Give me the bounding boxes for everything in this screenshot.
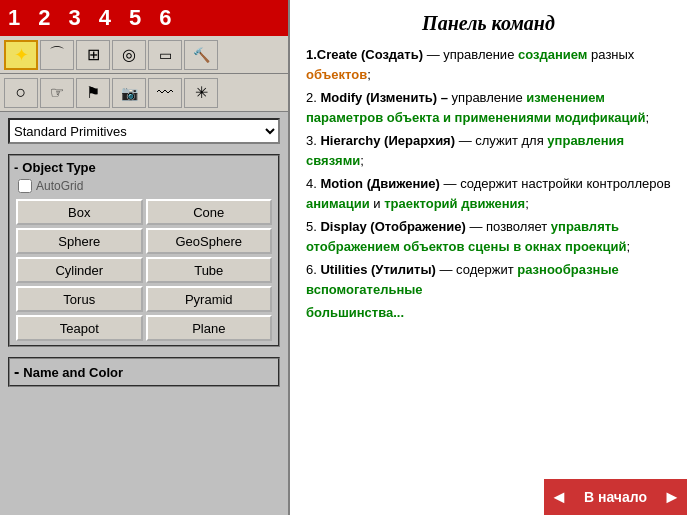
network-icon: ⊞ [87,45,100,64]
item-6-cont: большинства... [306,303,671,323]
pyramid-btn[interactable]: Pyramid [146,286,273,312]
section-dash: - [14,160,18,175]
sparkle-icon: ✳ [195,83,208,102]
item-2: 2. Modify (Изменить) – управление измене… [306,88,671,127]
item-5: 5. Display (Отображение) — позволяет упр… [306,217,671,256]
autogrid-row: AutoGrid [18,179,274,193]
box-btn[interactable]: Box [16,199,143,225]
panel-title: Панель команд [306,12,671,35]
oval-btn[interactable]: ○ [4,78,38,108]
item2-bold: Modify (Изменить) – [320,90,448,105]
cone-btn[interactable]: Cone [146,199,273,225]
item2-text1: управление [448,90,526,105]
hammer-icon: 🔨 [193,47,210,63]
num-5: 5 [129,5,141,31]
object-type-section: - Object Type AutoGrid Box Cone Sphere G… [8,154,280,347]
name-color-section: - Name and Color [8,357,280,387]
object-type-label: Object Type [22,160,95,175]
tube-btn[interactable]: Tube [146,257,273,283]
item1-green: созданием [518,47,587,62]
item2-number: 2. [306,90,320,105]
item-6: 6. Utilities (Утилиты) — содержит разноо… [306,260,671,299]
item4-text1: — содержит настройки контроллеров [440,176,671,191]
item5-bold: Display (Отображение) [320,219,465,234]
objects-grid: Box Cone Sphere GeoSphere Cylinder Tube … [16,199,272,341]
item5-end: ; [627,239,631,254]
num-2: 2 [38,5,50,31]
item6-green2: большинства... [306,305,404,320]
next-arrow-icon: ► [663,487,681,508]
star-icon: ✦ [14,44,29,66]
item4-green: анимации [306,196,370,211]
item4-text2: и [370,196,385,211]
teapot-btn[interactable]: Teapot [16,315,143,341]
torus-btn[interactable]: Torus [16,286,143,312]
bottom-bar: ◄ В начало ► [544,479,687,515]
item3-bold: Hierarchy (Иерархия) [320,133,455,148]
hand-icon: ☞ [50,83,64,102]
num-4: 4 [99,5,111,31]
num-3: 3 [69,5,81,31]
item2-end: ; [646,110,650,125]
item4-end: ; [525,196,529,211]
item1-bold: Create (Создать) [317,47,423,62]
num-6: 6 [159,5,171,31]
toolbar-row1: ✦ ⌒ ⊞ ◎ ▭ 🔨 [0,36,288,74]
item1-text1: — управление [423,47,518,62]
hierarchy-btn[interactable]: ⊞ [76,40,110,70]
item3-number: 3. [306,133,320,148]
item5-number: 5. [306,219,320,234]
item6-text1: — содержит [436,262,517,277]
primitive-type-dropdown[interactable]: Standard Primitives Extended Primitives … [8,118,280,144]
content-text: 1.Create (Создать) — управление создание… [306,45,671,507]
dropdown-row: Standard Primitives Extended Primitives … [0,112,288,150]
item-4: 4. Motion (Движение) — содержит настройк… [306,174,671,213]
item-3: 3. Hierarchy (Иерархия) — служит для упр… [306,131,671,170]
sparkle-btn[interactable]: ✳ [184,78,218,108]
item6-bold: Utilities (Утилиты) [320,262,435,277]
plane-btn[interactable]: Plane [146,315,273,341]
display-btn[interactable]: ▭ [148,40,182,70]
camera-btn[interactable]: 📷 [112,78,146,108]
wave-icon: 〰 [157,84,173,102]
create-btn[interactable]: ✦ [4,40,38,70]
right-panel: Панель команд 1.Create (Создать) — управ… [290,0,687,515]
toolbar-row2: ○ ☞ ⚑ 📷 〰 ✳ [0,74,288,112]
item3-text1: — служит для [455,133,547,148]
camera-icon: 📷 [121,85,138,101]
autogrid-label: AutoGrid [36,179,83,193]
cylinder-btn[interactable]: Cylinder [16,257,143,283]
item1-number: 1. [306,47,317,62]
prev-arrow-icon: ◄ [550,487,568,508]
geosphere-btn[interactable]: GeoSphere [146,228,273,254]
item4-green2: траекторий движения [384,196,525,211]
sphere-btn[interactable]: Sphere [16,228,143,254]
flag-btn[interactable]: ⚑ [76,78,110,108]
name-color-dash: - [14,363,19,381]
item4-bold: Motion (Движение) [320,176,439,191]
motion-btn[interactable]: ◎ [112,40,146,70]
curve-icon: ⌒ [49,44,65,65]
item1-end: ; [367,67,371,82]
item4-number: 4. [306,176,320,191]
item3-end: ; [360,153,364,168]
autogrid-checkbox[interactable] [18,179,32,193]
oval-icon: ○ [16,82,27,103]
name-color-label: Name and Color [23,365,123,380]
utilities-btn[interactable]: 🔨 [184,40,218,70]
item-1: 1.Create (Создать) — управление создание… [306,45,671,84]
nav-next-button[interactable]: ► [657,479,687,515]
flag-icon: ⚑ [86,83,100,102]
left-panel: 1 2 3 4 5 6 ✦ ⌒ ⊞ ◎ ▭ 🔨 ○ ☞ [0,0,290,515]
num-1: 1 [8,5,20,31]
nav-label: В начало [574,479,657,515]
screen-icon: ▭ [159,47,172,63]
wave-btn[interactable]: 〰 [148,78,182,108]
object-type-header: - Object Type [14,160,274,175]
hand-btn[interactable]: ☞ [40,78,74,108]
modify-btn[interactable]: ⌒ [40,40,74,70]
nav-prev-button[interactable]: ◄ [544,479,574,515]
item5-text1: — позволяет [466,219,551,234]
item1-orange: объектов [306,67,367,82]
item1-text2: разных [587,47,634,62]
